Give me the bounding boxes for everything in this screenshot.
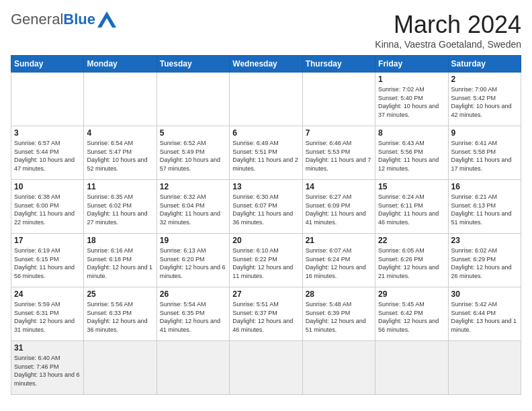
- day-number: 2: [451, 75, 518, 84]
- calendar-cell: 10Sunrise: 6:38 AM Sunset: 6:00 PM Dayli…: [11, 180, 84, 234]
- title-area: March 2024 Kinna, Vaestra Goetaland, Swe…: [375, 11, 521, 50]
- calendar-cell: 26Sunrise: 5:54 AM Sunset: 6:35 PM Dayli…: [157, 287, 229, 341]
- calendar-cell: 6Sunrise: 6:49 AM Sunset: 5:51 PM Daylig…: [230, 126, 302, 180]
- calendar-cell: 22Sunrise: 6:05 AM Sunset: 6:26 PM Dayli…: [375, 234, 448, 287]
- day-number: 5: [160, 128, 226, 138]
- day-info: Sunrise: 6:19 AM Sunset: 6:15 PM Dayligh…: [14, 246, 81, 280]
- week-row-5: 24Sunrise: 5:59 AM Sunset: 6:31 PM Dayli…: [11, 287, 521, 341]
- location-title: Kinna, Vaestra Goetaland, Sweden: [375, 39, 521, 50]
- day-number: 10: [14, 182, 81, 191]
- day-number: 4: [87, 128, 153, 138]
- day-info: Sunrise: 6:49 AM Sunset: 5:51 PM Dayligh…: [232, 139, 299, 173]
- day-number: 27: [232, 289, 299, 299]
- day-info: Sunrise: 6:43 AM Sunset: 5:56 PM Dayligh…: [378, 139, 445, 173]
- day-info: Sunrise: 6:54 AM Sunset: 5:47 PM Dayligh…: [87, 139, 153, 173]
- day-info: Sunrise: 6:30 AM Sunset: 6:07 PM Dayligh…: [232, 193, 299, 226]
- day-info: Sunrise: 5:45 AM Sunset: 6:42 PM Dayligh…: [378, 300, 445, 334]
- day-info: Sunrise: 5:56 AM Sunset: 6:33 PM Dayligh…: [87, 300, 153, 334]
- weekday-header-tuesday: Tuesday: [157, 56, 229, 73]
- day-info: Sunrise: 6:32 AM Sunset: 6:04 PM Dayligh…: [160, 193, 226, 226]
- day-info: Sunrise: 6:35 AM Sunset: 6:02 PM Dayligh…: [87, 193, 153, 226]
- weekday-header-monday: Monday: [84, 56, 157, 73]
- calendar-cell: [230, 73, 302, 126]
- weekday-header-wednesday: Wednesday: [230, 56, 302, 73]
- week-row-4: 17Sunrise: 6:19 AM Sunset: 6:15 PM Dayli…: [11, 234, 521, 287]
- day-info: Sunrise: 5:59 AM Sunset: 6:31 PM Dayligh…: [14, 300, 81, 334]
- day-number: 19: [160, 236, 226, 245]
- calendar-cell: 8Sunrise: 6:43 AM Sunset: 5:56 PM Daylig…: [375, 126, 448, 180]
- logo-general-text: General: [11, 11, 63, 28]
- day-number: 7: [306, 128, 372, 138]
- calendar-cell: 3Sunrise: 6:57 AM Sunset: 5:44 PM Daylig…: [11, 126, 84, 180]
- day-info: Sunrise: 6:21 AM Sunset: 6:13 PM Dayligh…: [451, 193, 518, 226]
- calendar-cell: 7Sunrise: 6:46 AM Sunset: 5:53 PM Daylig…: [302, 126, 375, 180]
- day-number: 14: [306, 182, 372, 191]
- weekday-header-thursday: Thursday: [302, 56, 375, 73]
- day-info: Sunrise: 5:51 AM Sunset: 6:37 PM Dayligh…: [232, 300, 299, 334]
- calendar-cell: 12Sunrise: 6:32 AM Sunset: 6:04 PM Dayli…: [157, 180, 229, 234]
- day-info: Sunrise: 6:46 AM Sunset: 5:53 PM Dayligh…: [306, 139, 372, 173]
- calendar-cell: 16Sunrise: 6:21 AM Sunset: 6:13 PM Dayli…: [448, 180, 521, 234]
- day-number: 9: [451, 128, 518, 138]
- calendar-cell: 9Sunrise: 6:41 AM Sunset: 5:58 PM Daylig…: [448, 126, 521, 180]
- day-info: Sunrise: 6:02 AM Sunset: 6:29 PM Dayligh…: [451, 246, 518, 280]
- calendar-cell: 25Sunrise: 5:56 AM Sunset: 6:33 PM Dayli…: [84, 287, 157, 341]
- calendar-cell: [11, 73, 84, 126]
- calendar-cell: 21Sunrise: 6:07 AM Sunset: 6:24 PM Dayli…: [302, 234, 375, 287]
- calendar-cell: [302, 73, 375, 126]
- calendar-cell: 19Sunrise: 6:13 AM Sunset: 6:20 PM Dayli…: [157, 234, 229, 287]
- day-number: 13: [232, 182, 299, 191]
- calendar-cell: 27Sunrise: 5:51 AM Sunset: 6:37 PM Dayli…: [230, 287, 302, 341]
- calendar-cell: [448, 341, 521, 395]
- calendar-cell: 2Sunrise: 7:00 AM Sunset: 5:42 PM Daylig…: [448, 73, 521, 126]
- calendar-cell: [302, 341, 375, 395]
- day-info: Sunrise: 6:13 AM Sunset: 6:20 PM Dayligh…: [160, 246, 226, 280]
- day-info: Sunrise: 7:00 AM Sunset: 5:42 PM Dayligh…: [451, 85, 518, 119]
- calendar-cell: [157, 341, 229, 395]
- day-info: Sunrise: 6:05 AM Sunset: 6:26 PM Dayligh…: [378, 246, 445, 280]
- week-row-3: 10Sunrise: 6:38 AM Sunset: 6:00 PM Dayli…: [11, 180, 521, 234]
- calendar-cell: [375, 341, 448, 395]
- week-row-2: 3Sunrise: 6:57 AM Sunset: 5:44 PM Daylig…: [11, 126, 521, 180]
- calendar-cell: 13Sunrise: 6:30 AM Sunset: 6:07 PM Dayli…: [230, 180, 302, 234]
- day-number: 11: [87, 182, 153, 191]
- day-info: Sunrise: 6:24 AM Sunset: 6:11 PM Dayligh…: [378, 193, 445, 226]
- day-number: 15: [378, 182, 445, 191]
- day-info: Sunrise: 5:54 AM Sunset: 6:35 PM Dayligh…: [160, 300, 226, 334]
- calendar-cell: 28Sunrise: 5:48 AM Sunset: 6:39 PM Dayli…: [302, 287, 375, 341]
- calendar-cell: 15Sunrise: 6:24 AM Sunset: 6:11 PM Dayli…: [375, 180, 448, 234]
- day-number: 6: [232, 128, 299, 138]
- day-info: Sunrise: 6:38 AM Sunset: 6:00 PM Dayligh…: [14, 193, 81, 226]
- day-info: Sunrise: 6:41 AM Sunset: 5:58 PM Dayligh…: [451, 139, 518, 173]
- calendar-cell: 14Sunrise: 6:27 AM Sunset: 6:09 PM Dayli…: [302, 180, 375, 234]
- day-number: 28: [306, 289, 372, 299]
- day-info: Sunrise: 6:16 AM Sunset: 6:18 PM Dayligh…: [87, 246, 153, 280]
- calendar-cell: 31Sunrise: 6:40 AM Sunset: 7:46 PM Dayli…: [11, 341, 84, 395]
- day-number: 12: [160, 182, 226, 191]
- day-number: 30: [451, 289, 518, 299]
- calendar-cell: [157, 73, 229, 126]
- calendar-cell: 29Sunrise: 5:45 AM Sunset: 6:42 PM Dayli…: [375, 287, 448, 341]
- day-number: 1: [378, 75, 445, 84]
- day-number: 17: [14, 236, 81, 245]
- day-number: 21: [306, 236, 372, 245]
- day-number: 22: [378, 236, 445, 245]
- calendar-cell: 4Sunrise: 6:54 AM Sunset: 5:47 PM Daylig…: [84, 126, 157, 180]
- calendar-cell: 11Sunrise: 6:35 AM Sunset: 6:02 PM Dayli…: [84, 180, 157, 234]
- calendar-cell: 24Sunrise: 5:59 AM Sunset: 6:31 PM Dayli…: [11, 287, 84, 341]
- logo-icon: [97, 11, 116, 28]
- day-number: 8: [378, 128, 445, 138]
- calendar-cell: [84, 341, 157, 395]
- day-number: 16: [451, 182, 518, 191]
- logo-blue-text: Blue: [63, 11, 95, 28]
- calendar-cell: 20Sunrise: 6:10 AM Sunset: 6:22 PM Dayli…: [230, 234, 302, 287]
- day-info: Sunrise: 6:27 AM Sunset: 6:09 PM Dayligh…: [306, 193, 372, 226]
- day-number: 26: [160, 289, 226, 299]
- day-number: 29: [378, 289, 445, 299]
- calendar-cell: 23Sunrise: 6:02 AM Sunset: 6:29 PM Dayli…: [448, 234, 521, 287]
- header: General Blue March 2024 Kinna, Vaestra G…: [11, 11, 521, 50]
- week-row-1: 1Sunrise: 7:02 AM Sunset: 5:40 PM Daylig…: [11, 73, 521, 126]
- day-info: Sunrise: 6:07 AM Sunset: 6:24 PM Dayligh…: [306, 246, 372, 280]
- month-title: March 2024: [375, 11, 521, 39]
- week-row-6: 31Sunrise: 6:40 AM Sunset: 7:46 PM Dayli…: [11, 341, 521, 395]
